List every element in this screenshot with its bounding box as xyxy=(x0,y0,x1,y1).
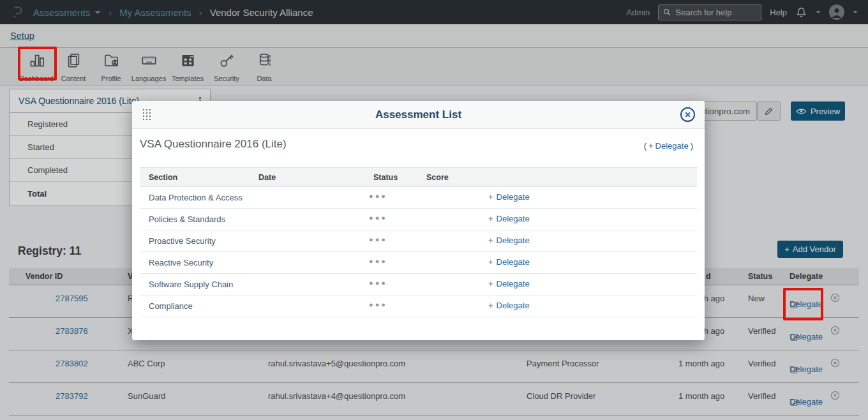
notifications-bell-icon[interactable] xyxy=(795,6,807,19)
delegate-link[interactable]: + Delegate xyxy=(488,236,530,244)
section-row: Proactive Security ●●● + Delegate xyxy=(140,230,697,252)
plus-icon: + xyxy=(488,193,493,201)
delegate-link[interactable]: Delegate xyxy=(789,397,823,408)
toolbar-item-templates[interactable]: Templates xyxy=(169,52,206,82)
toolbar-item-data[interactable]: Data xyxy=(246,52,283,82)
plus-icon: + xyxy=(488,258,493,266)
column-status: Status xyxy=(373,174,398,182)
column-date: Date xyxy=(258,174,276,182)
toolbar-item-label: Profile xyxy=(101,75,121,82)
breadcrumb-separator: › xyxy=(108,7,112,18)
section-name: Reactive Security xyxy=(149,259,213,267)
delegate-label: Delegate xyxy=(497,301,530,310)
admin-label: Admin xyxy=(626,8,650,17)
help-search-box xyxy=(658,4,761,20)
toolbar-item-label: Data xyxy=(257,75,271,82)
search-help-input[interactable] xyxy=(658,4,761,20)
delegate-label: Delegate xyxy=(497,236,530,244)
column-status: Status xyxy=(748,273,772,281)
vendor-id-link[interactable]: 2783792 xyxy=(56,391,88,402)
chevron-down-icon xyxy=(94,11,101,14)
delegate-all-link[interactable]: ( + Delegate ) xyxy=(644,141,693,151)
breadcrumb-current-page: Vendor Security Alliance xyxy=(210,7,313,18)
breadcrumb-assessments[interactable]: Assessments xyxy=(33,7,101,18)
nav-right-group: Admin Help xyxy=(626,4,858,20)
vendor-id-link[interactable]: 2783876 xyxy=(56,326,88,337)
column-modified-partial: d xyxy=(706,273,711,281)
avatar[interactable] xyxy=(829,4,844,20)
chevron-down-icon[interactable] xyxy=(816,11,821,13)
folder-user-icon xyxy=(103,52,120,69)
stats-row-label: Started xyxy=(27,142,54,152)
toolbar-item-label: Languages xyxy=(131,75,166,82)
status-dots: ●●● xyxy=(369,236,387,243)
breadcrumb-my-assessments-label: My Assessments xyxy=(119,7,191,18)
modal-subheader: VSA Questionnaire 2016 (Lite) ( + Delega… xyxy=(140,138,693,151)
status-dots: ●●● xyxy=(369,258,387,265)
add-vendor-button[interactable]: + Add Vendor xyxy=(777,241,843,258)
vendor-name: SunGuard xyxy=(128,391,165,402)
status-badge: Verified xyxy=(748,326,775,337)
preview-button[interactable]: Preview xyxy=(791,101,845,121)
table-row: 2783792 SunGuard rahul.srivastava+4@ques… xyxy=(9,383,859,416)
setup-bar: Setup xyxy=(0,24,868,48)
vendor-type: Payment Processor xyxy=(527,359,603,370)
delegate-label: Delegate xyxy=(497,258,530,266)
plus-icon: + xyxy=(488,214,493,223)
section-table-header: Section Date Status Score xyxy=(140,167,697,187)
plus-icon: + xyxy=(488,301,493,310)
vendor-modified: 1 month ago xyxy=(678,359,724,370)
plus-icon: + xyxy=(488,280,493,288)
section-table: Section Date Status Score Data Protectio… xyxy=(140,167,697,317)
remove-vendor-icon[interactable] xyxy=(830,292,841,303)
toolbar-item-content[interactable]: Content xyxy=(55,52,92,82)
assessment-list-modal: Assessment List ✕ VSA Questionnaire 2016… xyxy=(132,101,705,340)
delegate-link[interactable]: + Delegate xyxy=(488,301,530,310)
vendor-id-link[interactable]: 2787595 xyxy=(56,294,88,304)
setup-link[interactable]: Setup xyxy=(10,31,34,41)
delegate-link[interactable]: + Delegate xyxy=(488,214,530,223)
section-row: Reactive Security ●●● + Delegate xyxy=(140,252,697,274)
toolbar-item-dashboard[interactable]: Dashboard xyxy=(18,52,55,82)
edit-url-button[interactable] xyxy=(757,101,781,121)
delegate-link[interactable]: Delegate xyxy=(789,299,823,310)
help-link[interactable]: Help xyxy=(770,8,787,17)
delegate-label: Delegate xyxy=(497,280,530,288)
questionnaire-title: VSA Questionnaire 2016 (Lite) xyxy=(140,138,287,151)
vendor-name: ABC Corp xyxy=(128,359,165,370)
modal-title: Assessment List xyxy=(375,109,461,121)
status-badge: New xyxy=(748,294,765,304)
stats-row-label: Completed xyxy=(27,165,68,175)
remove-vendor-icon[interactable] xyxy=(830,325,841,336)
drag-handle-icon[interactable] xyxy=(143,109,151,121)
toolbar-item-label: Templates xyxy=(172,75,204,82)
chevron-down-icon[interactable] xyxy=(853,11,858,13)
paren-close: ) xyxy=(691,141,693,151)
remove-vendor-icon[interactable] xyxy=(830,390,841,401)
delegate-link[interactable]: + Delegate xyxy=(488,258,530,266)
add-vendor-label: Add Vendor xyxy=(793,244,836,254)
close-icon[interactable]: ✕ xyxy=(680,107,695,122)
delegate-link[interactable]: + Delegate xyxy=(488,193,530,201)
remove-vendor-icon[interactable] xyxy=(830,357,841,368)
stats-card-title: VSA Questionnaire 2016 (Lite) xyxy=(19,96,139,106)
key-icon xyxy=(218,52,236,69)
toolbar-item-profile[interactable]: Profile xyxy=(93,52,130,82)
column-section: Section xyxy=(149,174,177,182)
status-badge: Verified xyxy=(748,359,775,370)
toolbar-item-security[interactable]: Security xyxy=(208,52,245,82)
modal-header: Assessment List ✕ xyxy=(132,101,705,129)
delegate-link[interactable]: Delegate xyxy=(789,332,823,343)
toolbar-item-languages[interactable]: Languages xyxy=(130,52,167,82)
status-dots: ●●● xyxy=(369,214,387,221)
toolbar-item-label: Content xyxy=(61,75,86,82)
delegate-link[interactable]: Delegate xyxy=(789,364,823,375)
vendor-id-link[interactable]: 2783802 xyxy=(56,359,88,370)
section-row: Policies & Standards ●●● + Delegate xyxy=(140,209,697,230)
stats-row-label: Total xyxy=(27,189,47,199)
breadcrumb-assessments-label: Assessments xyxy=(33,7,90,18)
search-icon xyxy=(662,7,672,17)
breadcrumb-my-assessments[interactable]: My Assessments xyxy=(119,7,191,18)
bar-chart-icon xyxy=(28,52,45,69)
delegate-link[interactable]: + Delegate xyxy=(488,280,530,288)
